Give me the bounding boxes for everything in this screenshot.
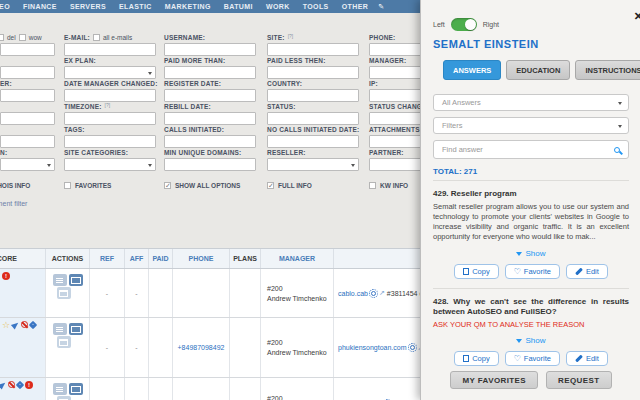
- field-label-text: USERNAME:: [164, 34, 205, 41]
- phone-link[interactable]: +84987098492: [178, 344, 225, 351]
- column-header-ref[interactable]: REF: [90, 249, 125, 268]
- exclamation-circle-icon[interactable]: !: [25, 381, 33, 389]
- pencil-icon[interactable]: ✎: [378, 3, 384, 11]
- actions-cell: [46, 269, 90, 317]
- column-header-actions[interactable]: ACTIONS: [46, 249, 90, 268]
- nav-item-seo[interactable]: SEO: [0, 3, 10, 10]
- filter-input[interactable]: [0, 112, 55, 125]
- paper-plane-icon[interactable]: [11, 320, 20, 329]
- folder-button[interactable]: [57, 396, 71, 400]
- column-header-aff[interactable]: AFF: [125, 249, 149, 268]
- clipboard-button[interactable]: [53, 383, 67, 395]
- filter-input[interactable]: [267, 135, 359, 148]
- folder-button[interactable]: [57, 287, 71, 299]
- filters-dropdown[interactable]: Filters: [433, 117, 629, 134]
- filter-input[interactable]: [267, 112, 359, 125]
- paper-plane-icon[interactable]: [0, 380, 7, 389]
- checkbox[interactable]: [369, 182, 376, 189]
- show-toggle[interactable]: Show: [433, 249, 629, 258]
- site-link[interactable]: phukiensongtoan.com: [338, 344, 407, 351]
- checkbox[interactable]: [164, 182, 171, 189]
- clipboard-button[interactable]: [53, 323, 67, 335]
- tab-answers[interactable]: ANSWERS: [443, 60, 501, 80]
- gear-icon[interactable]: [371, 291, 376, 296]
- filter-input[interactable]: [164, 112, 256, 125]
- nav-item-marketing[interactable]: MARKETING: [165, 3, 211, 10]
- filter-input[interactable]: [164, 66, 256, 79]
- nav-item-servers[interactable]: SERVERS: [70, 3, 106, 10]
- column-header-phone[interactable]: PHONE: [173, 249, 230, 268]
- filter-input[interactable]: [64, 135, 156, 148]
- copy-button[interactable]: Copy: [454, 351, 499, 366]
- idcard-button[interactable]: [69, 383, 83, 395]
- favorite-button[interactable]: ♡Favorite: [505, 351, 560, 366]
- filter-input[interactable]: [164, 43, 256, 56]
- field-label-text: TAGS:: [64, 126, 85, 133]
- toggle-knob[interactable]: [465, 19, 476, 30]
- find-answer-searchbox: [433, 140, 629, 159]
- show-toggle[interactable]: Show: [433, 336, 629, 345]
- nav-item-elastic[interactable]: ELASTIC: [119, 3, 152, 10]
- star-icon[interactable]: ☆: [2, 321, 10, 329]
- filter-field: PAID MORE THAN:: [164, 56, 256, 79]
- column-header-paid[interactable]: PAID: [149, 249, 173, 268]
- copy-button[interactable]: Copy: [454, 264, 499, 279]
- checkbox[interactable]: [267, 182, 274, 189]
- filter-input[interactable]: [64, 112, 156, 125]
- nav-item-other[interactable]: OTHER: [342, 3, 369, 10]
- magnifier-icon[interactable]: [614, 147, 620, 153]
- tags-icon[interactable]: [29, 321, 37, 329]
- filter-input[interactable]: [267, 66, 359, 79]
- clipboard-button[interactable]: [53, 274, 67, 286]
- idcard-button[interactable]: [69, 323, 83, 335]
- my-favorites-button[interactable]: MY FAVORITES: [450, 371, 538, 389]
- folder-button[interactable]: [57, 336, 71, 348]
- nav-item-tools[interactable]: TOOLS: [303, 3, 329, 10]
- checkbox[interactable]: [19, 34, 26, 41]
- filter-input[interactable]: [164, 89, 256, 102]
- position-toggle[interactable]: [451, 18, 477, 31]
- filter-select[interactable]: [64, 66, 156, 79]
- filter-select[interactable]: [0, 158, 55, 171]
- external-link-icon[interactable]: ↗: [379, 289, 385, 297]
- nav-item-finance[interactable]: FINANCE: [23, 3, 57, 10]
- ban-icon[interactable]: [8, 381, 15, 388]
- column-header-plans[interactable]: PLANS: [230, 249, 261, 268]
- close-icon[interactable]: ✕: [634, 10, 640, 23]
- request-button[interactable]: REQUEST: [546, 371, 611, 389]
- filter-select[interactable]: [64, 158, 156, 171]
- tags-icon[interactable]: [16, 381, 24, 389]
- ban-icon[interactable]: [21, 321, 28, 328]
- idcard-button[interactable]: [69, 274, 83, 286]
- filter-input[interactable]: [164, 135, 256, 148]
- site-link[interactable]: cablo.cab: [338, 290, 368, 297]
- nav-item-batumi[interactable]: BATUMI: [224, 3, 253, 10]
- filter-input[interactable]: [0, 43, 55, 56]
- checkbox[interactable]: [93, 34, 100, 41]
- checkbox[interactable]: [0, 34, 4, 41]
- edit-button[interactable]: Edit: [566, 264, 608, 279]
- search-input[interactable]: [442, 145, 614, 154]
- nav-item-work[interactable]: WORK: [266, 3, 290, 10]
- filter-input[interactable]: [64, 89, 156, 102]
- exclamation-circle-icon[interactable]: !: [2, 272, 10, 280]
- permanent-filter-link[interactable]: Permanent filter: [0, 200, 27, 207]
- tab-instructions[interactable]: INSTRUCTIONS: [575, 60, 640, 80]
- checkbox[interactable]: [64, 182, 71, 189]
- filter-input[interactable]: [0, 66, 55, 79]
- gear-icon[interactable]: [410, 345, 415, 350]
- edit-button[interactable]: Edit: [566, 351, 608, 366]
- filter-input[interactable]: [0, 135, 55, 148]
- filter-select[interactable]: [267, 158, 359, 171]
- filter-input[interactable]: [164, 158, 256, 171]
- action-buttons: [53, 274, 83, 299]
- filter-input[interactable]: [267, 89, 359, 102]
- filter-input[interactable]: [64, 43, 156, 56]
- column-header-score[interactable]: SCORE: [0, 249, 46, 268]
- tab-education[interactable]: EDUCATION: [506, 60, 570, 80]
- column-header-manager[interactable]: MANAGER: [261, 249, 334, 268]
- answers-dropdown[interactable]: All Answers: [433, 94, 629, 111]
- favorite-button[interactable]: ♡Favorite: [505, 264, 560, 279]
- filter-input[interactable]: [267, 43, 359, 56]
- filter-input[interactable]: [0, 89, 55, 102]
